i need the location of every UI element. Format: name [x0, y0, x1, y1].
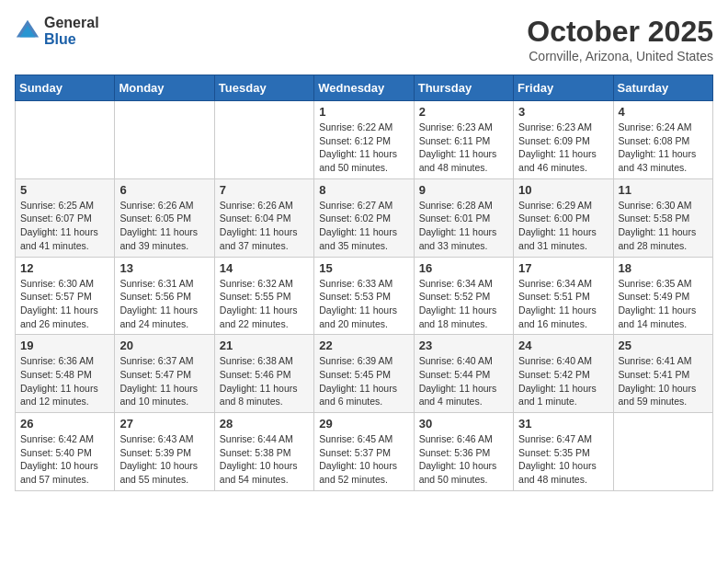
calendar-day-25: 25Sunrise: 6:41 AM Sunset: 5:41 PM Dayli… — [613, 335, 712, 413]
logo: General Blue — [15, 15, 99, 47]
day-info: Sunrise: 6:33 AM Sunset: 5:53 PM Dayligh… — [319, 277, 408, 331]
calendar-day-22: 22Sunrise: 6:39 AM Sunset: 5:45 PM Dayli… — [314, 335, 414, 413]
day-info: Sunrise: 6:31 AM Sunset: 5:56 PM Dayligh… — [119, 277, 209, 331]
day-info: Sunrise: 6:29 AM Sunset: 6:00 PM Dayligh… — [518, 199, 608, 253]
calendar-day-29: 29Sunrise: 6:45 AM Sunset: 5:37 PM Dayli… — [314, 413, 414, 491]
calendar-empty-cell — [214, 101, 313, 179]
calendar-header-saturday: Saturday — [613, 75, 712, 101]
day-info: Sunrise: 6:23 AM Sunset: 6:11 PM Dayligh… — [419, 121, 508, 175]
day-info: Sunrise: 6:26 AM Sunset: 6:05 PM Dayligh… — [119, 199, 209, 253]
calendar-day-8: 8Sunrise: 6:27 AM Sunset: 6:02 PM Daylig… — [314, 178, 414, 257]
calendar-header-row: SundayMondayTuesdayWednesdayThursdayFrid… — [16, 75, 713, 101]
calendar-day-10: 10Sunrise: 6:29 AM Sunset: 6:00 PM Dayli… — [514, 178, 613, 257]
calendar-day-30: 30Sunrise: 6:46 AM Sunset: 5:36 PM Dayli… — [414, 413, 513, 491]
page-header: General Blue October 2025 Cornville, Ari… — [15, 15, 713, 63]
day-number: 14 — [220, 261, 309, 275]
calendar-day-2: 2Sunrise: 6:23 AM Sunset: 6:11 PM Daylig… — [414, 101, 513, 179]
calendar-week-row: 5Sunrise: 6:25 AM Sunset: 6:07 PM Daylig… — [16, 178, 713, 257]
day-number: 11 — [619, 183, 708, 197]
day-number: 15 — [319, 261, 408, 275]
logo-general-text: General — [44, 15, 99, 31]
logo-blue-text: Blue — [44, 31, 99, 48]
logo-text: General Blue — [44, 15, 99, 47]
calendar-header-sunday: Sunday — [16, 75, 115, 101]
day-info: Sunrise: 6:40 AM Sunset: 5:44 PM Dayligh… — [419, 354, 508, 408]
calendar-empty-cell — [613, 413, 712, 491]
day-info: Sunrise: 6:44 AM Sunset: 5:38 PM Dayligh… — [220, 432, 309, 487]
day-info: Sunrise: 6:43 AM Sunset: 5:39 PM Dayligh… — [119, 432, 209, 487]
day-info: Sunrise: 6:42 AM Sunset: 5:40 PM Dayligh… — [20, 432, 109, 487]
day-number: 28 — [220, 417, 309, 431]
day-info: Sunrise: 6:36 AM Sunset: 5:48 PM Dayligh… — [20, 354, 109, 408]
calendar-day-11: 11Sunrise: 6:30 AM Sunset: 5:58 PM Dayli… — [613, 178, 712, 257]
day-info: Sunrise: 6:32 AM Sunset: 5:55 PM Dayligh… — [220, 277, 309, 331]
day-number: 5 — [20, 183, 109, 197]
title-section: October 2025 Cornville, Arizona, United … — [527, 15, 713, 63]
calendar-week-row: 26Sunrise: 6:42 AM Sunset: 5:40 PM Dayli… — [16, 413, 713, 491]
calendar-day-24: 24Sunrise: 6:40 AM Sunset: 5:42 PM Dayli… — [514, 335, 613, 413]
day-info: Sunrise: 6:23 AM Sunset: 6:09 PM Dayligh… — [518, 121, 608, 175]
day-number: 24 — [518, 339, 608, 352]
day-number: 18 — [619, 261, 708, 275]
calendar-header-thursday: Thursday — [414, 75, 513, 101]
day-number: 17 — [518, 261, 608, 275]
day-number: 20 — [119, 339, 209, 352]
day-number: 7 — [220, 183, 309, 197]
day-number: 19 — [20, 339, 109, 352]
day-info: Sunrise: 6:41 AM Sunset: 5:41 PM Dayligh… — [619, 354, 708, 408]
day-info: Sunrise: 6:37 AM Sunset: 5:47 PM Dayligh… — [119, 354, 209, 408]
day-number: 4 — [619, 105, 708, 119]
calendar-week-row: 1Sunrise: 6:22 AM Sunset: 6:12 PM Daylig… — [16, 101, 713, 179]
calendar-week-row: 12Sunrise: 6:30 AM Sunset: 5:57 PM Dayli… — [16, 257, 713, 335]
day-info: Sunrise: 6:24 AM Sunset: 6:08 PM Dayligh… — [619, 121, 708, 175]
day-info: Sunrise: 6:28 AM Sunset: 6:01 PM Dayligh… — [419, 199, 508, 253]
day-number: 31 — [518, 417, 608, 431]
day-number: 30 — [419, 417, 508, 431]
calendar-header-friday: Friday — [514, 75, 613, 101]
calendar-day-15: 15Sunrise: 6:33 AM Sunset: 5:53 PM Dayli… — [314, 257, 414, 335]
calendar-day-9: 9Sunrise: 6:28 AM Sunset: 6:01 PM Daylig… — [414, 178, 513, 257]
day-number: 16 — [419, 261, 508, 275]
calendar-day-31: 31Sunrise: 6:47 AM Sunset: 5:35 PM Dayli… — [514, 413, 613, 491]
calendar-day-14: 14Sunrise: 6:32 AM Sunset: 5:55 PM Dayli… — [214, 257, 313, 335]
calendar-day-16: 16Sunrise: 6:34 AM Sunset: 5:52 PM Dayli… — [414, 257, 513, 335]
day-info: Sunrise: 6:34 AM Sunset: 5:52 PM Dayligh… — [419, 277, 508, 331]
calendar-day-6: 6Sunrise: 6:26 AM Sunset: 6:05 PM Daylig… — [115, 178, 214, 257]
day-info: Sunrise: 6:34 AM Sunset: 5:51 PM Dayligh… — [518, 277, 608, 331]
day-number: 21 — [220, 339, 309, 352]
calendar-day-23: 23Sunrise: 6:40 AM Sunset: 5:44 PM Dayli… — [414, 335, 513, 413]
day-number: 22 — [319, 339, 408, 352]
day-info: Sunrise: 6:39 AM Sunset: 5:45 PM Dayligh… — [319, 354, 408, 408]
day-info: Sunrise: 6:40 AM Sunset: 5:42 PM Dayligh… — [518, 354, 608, 408]
calendar-day-27: 27Sunrise: 6:43 AM Sunset: 5:39 PM Dayli… — [115, 413, 214, 491]
calendar-day-13: 13Sunrise: 6:31 AM Sunset: 5:56 PM Dayli… — [115, 257, 214, 335]
calendar-day-28: 28Sunrise: 6:44 AM Sunset: 5:38 PM Dayli… — [214, 413, 313, 491]
day-number: 9 — [419, 183, 508, 197]
calendar-header-monday: Monday — [115, 75, 214, 101]
day-info: Sunrise: 6:22 AM Sunset: 6:12 PM Dayligh… — [319, 121, 408, 175]
logo-icon — [15, 18, 40, 44]
day-number: 12 — [20, 261, 109, 275]
day-number: 26 — [20, 417, 109, 431]
calendar-empty-cell — [115, 101, 214, 179]
day-info: Sunrise: 6:35 AM Sunset: 5:49 PM Dayligh… — [619, 277, 708, 331]
day-number: 13 — [119, 261, 209, 275]
month-title: October 2025 — [527, 15, 713, 49]
calendar-week-row: 19Sunrise: 6:36 AM Sunset: 5:48 PM Dayli… — [16, 335, 713, 413]
day-number: 25 — [619, 339, 708, 352]
day-info: Sunrise: 6:47 AM Sunset: 5:35 PM Dayligh… — [518, 432, 608, 487]
calendar-header-tuesday: Tuesday — [214, 75, 313, 101]
day-info: Sunrise: 6:46 AM Sunset: 5:36 PM Dayligh… — [419, 432, 508, 487]
day-number: 1 — [319, 105, 408, 119]
calendar-empty-cell — [16, 101, 115, 179]
day-number: 23 — [419, 339, 508, 352]
day-info: Sunrise: 6:26 AM Sunset: 6:04 PM Dayligh… — [220, 199, 309, 253]
calendar-table: SundayMondayTuesdayWednesdayThursdayFrid… — [15, 75, 713, 491]
calendar-day-20: 20Sunrise: 6:37 AM Sunset: 5:47 PM Dayli… — [115, 335, 214, 413]
day-info: Sunrise: 6:45 AM Sunset: 5:37 PM Dayligh… — [319, 432, 408, 487]
day-number: 2 — [419, 105, 508, 119]
day-number: 3 — [518, 105, 608, 119]
calendar-day-4: 4Sunrise: 6:24 AM Sunset: 6:08 PM Daylig… — [613, 101, 712, 179]
day-number: 29 — [319, 417, 408, 431]
calendar-day-3: 3Sunrise: 6:23 AM Sunset: 6:09 PM Daylig… — [514, 101, 613, 179]
